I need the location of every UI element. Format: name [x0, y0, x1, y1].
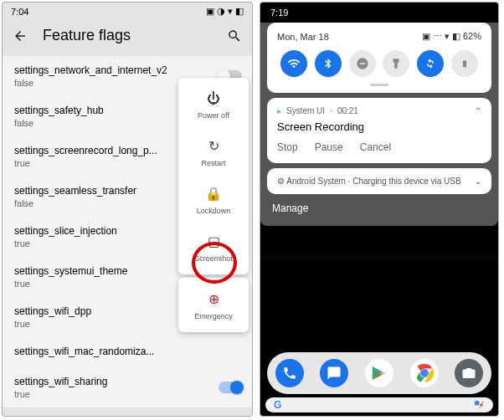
notification-charging[interactable]: ⚙ Android System · Charging this device … — [267, 168, 491, 194]
notification-screen-recording[interactable]: ▸ System UI · 00:21 ⌃ Screen Recording S… — [267, 98, 491, 163]
restart-icon: ↻ — [182, 138, 245, 154]
qs-battery[interactable] — [451, 50, 478, 77]
power-menu: ⏻ Power off ↻ Restart 🔒 Lockdown ▢ Scree… — [178, 78, 249, 332]
phone-feature-flags: 7:04 ▣ ◑ ▾ ◧ Feature flags settings_netw… — [2, 2, 253, 417]
lockdown-button[interactable]: 🔒 Lockdown — [178, 176, 249, 223]
shade-date: Mon, Mar 18 — [277, 32, 329, 42]
app-camera-icon[interactable] — [455, 359, 483, 387]
app-play-store-icon[interactable] — [365, 359, 393, 387]
toggle[interactable] — [219, 382, 242, 393]
search-icon[interactable] — [227, 28, 242, 44]
lock-icon: 🔒 — [182, 186, 245, 202]
notification-title: Screen Recording — [277, 120, 481, 133]
svg-point-5 — [480, 403, 483, 407]
status-time: 7:04 — [11, 7, 28, 17]
chevron-down-icon[interactable]: ⌄ — [475, 177, 481, 186]
manage-button[interactable]: Manage — [267, 194, 491, 219]
dock — [267, 352, 491, 394]
svg-point-7 — [482, 402, 484, 403]
setting-row[interactable]: settings_wifi_mac_randomiza... — [3, 337, 252, 367]
notification-shade: Mon, Mar 18 ▣ ⋯ ▾ ◧ 62% ▸ System UI — [260, 23, 498, 226]
screenshot-icon: ▢ — [182, 233, 245, 249]
qs-bluetooth[interactable] — [315, 50, 342, 77]
assistant-icon[interactable] — [473, 399, 485, 411]
status-bar: 7:04 ▣ ◑ ▾ ◧ — [3, 3, 252, 18]
header: Feature flags — [3, 18, 252, 56]
qs-wifi[interactable] — [280, 50, 307, 77]
action-stop[interactable]: Stop — [277, 141, 298, 153]
svg-point-6 — [479, 407, 481, 408]
svg-point-4 — [475, 401, 480, 406]
quick-settings-panel: Mon, Mar 18 ▣ ⋯ ▾ ◧ 62% — [267, 23, 491, 93]
shade-handle[interactable] — [370, 84, 388, 86]
qs-autorotate[interactable] — [417, 50, 444, 77]
emergency-icon: ⊕ — [182, 291, 245, 307]
page-title: Feature flags — [43, 27, 212, 44]
back-icon[interactable] — [13, 28, 28, 44]
screenshot-button[interactable]: ▢ Screenshot — [178, 223, 249, 271]
action-cancel[interactable]: Cancel — [360, 141, 391, 153]
setting-row[interactable]: settings_wifi_sharing true — [3, 367, 252, 407]
emergency-button[interactable]: ⊕ Emergency — [178, 281, 249, 329]
app-phone-icon[interactable] — [275, 359, 304, 387]
phone-notification-shade: 7:19 Mon, Mar 18 ▣ ⋯ ▾ ◧ 62% — [260, 2, 499, 417]
google-logo-icon: G — [274, 399, 281, 411]
gear-icon: ⚙ — [277, 177, 285, 186]
qs-flashlight[interactable] — [383, 50, 409, 77]
search-pill[interactable]: G — [265, 397, 493, 412]
status-time: 7:19 — [270, 8, 288, 18]
chevron-up-icon[interactable]: ⌃ — [475, 106, 481, 115]
status-battery: ▣ ⋯ ▾ ◧ 62% — [422, 31, 481, 42]
restart-button[interactable]: ↻ Restart — [178, 128, 249, 176]
qs-dnd[interactable] — [349, 50, 376, 77]
app-chrome-icon[interactable] — [410, 359, 439, 387]
app-messages-icon[interactable] — [320, 359, 348, 387]
power-off-button[interactable]: ⏻ Power off — [178, 81, 249, 128]
status-icons: ▣ ◑ ▾ ◧ — [206, 6, 244, 17]
power-icon: ⏻ — [182, 91, 245, 106]
status-bar: 7:19 — [260, 3, 498, 19]
home-screen: G — [260, 257, 498, 416]
android-icon: ▸ — [277, 106, 281, 115]
action-pause[interactable]: Pause — [315, 141, 343, 153]
